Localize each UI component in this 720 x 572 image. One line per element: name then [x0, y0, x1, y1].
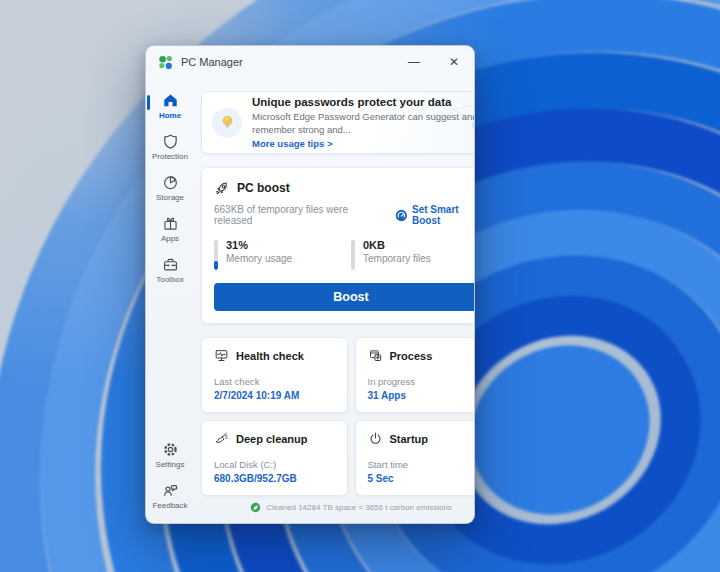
process-title: Process — [390, 350, 433, 362]
deep-cleanup-label: Local Disk (C:) — [214, 459, 335, 470]
deep-cleanup-title: Deep cleanup — [236, 433, 308, 445]
sidebar-item-toolbox[interactable]: Toolbox — [146, 250, 194, 291]
startup-label: Start time — [368, 459, 476, 470]
window-title: PC Manager — [181, 56, 243, 68]
window-controls: — ✕ — [394, 46, 474, 78]
sidebar-item-apps[interactable]: Apps — [146, 209, 194, 250]
main-content: Unique passwords protect your data Micro… — [194, 78, 475, 523]
process-card[interactable]: Process In progress 31 Apps — [355, 337, 476, 413]
set-smart-boost-label: Set Smart Boost — [412, 204, 475, 226]
broom-icon — [214, 431, 229, 446]
sidebar: Home Protection Storage — [146, 78, 194, 523]
boost-button[interactable]: Boost — [214, 283, 475, 311]
startup-value: 5 Sec — [368, 473, 476, 484]
sidebar-item-feedback[interactable]: Feedback — [146, 476, 194, 517]
sidebar-spacer — [146, 291, 194, 435]
pc-boost-header: PC boost — [214, 180, 475, 196]
banner-body: Microsoft Edge Password Generator can su… — [252, 111, 475, 137]
process-value: 31 Apps — [368, 390, 476, 401]
deep-cleanup-card[interactable]: Deep cleanup Local Disk (C:) 680.3GB/952… — [201, 420, 348, 496]
feature-card-grid: Health check Last check 2/7/2024 10:19 A… — [201, 337, 475, 496]
pc-boost-title: PC boost — [237, 181, 290, 195]
power-icon — [368, 431, 383, 446]
feedback-icon — [162, 482, 179, 499]
cleanup-stats-footer: Cleaned 14284 TB space ≈ 3656 t carbon e… — [201, 496, 475, 517]
lightbulb-icon — [219, 114, 236, 131]
password-tip-banner[interactable]: Unique passwords protect your data Micro… — [201, 91, 475, 154]
health-check-card[interactable]: Health check Last check 2/7/2024 10:19 A… — [201, 337, 348, 413]
sidebar-item-storage[interactable]: Storage — [146, 168, 194, 209]
memory-usage-stat: 31% Memory usage — [214, 239, 351, 270]
memory-usage-label: Memory usage — [226, 253, 292, 264]
health-check-label: Last check — [214, 376, 335, 387]
memory-usage-bar-fill — [214, 261, 218, 270]
memory-usage-bar — [214, 240, 218, 270]
desktop: PC Manager — ✕ Home — [0, 0, 720, 572]
close-button[interactable]: ✕ — [434, 46, 474, 78]
health-check-title: Health check — [236, 350, 304, 362]
process-icon — [368, 348, 383, 363]
deep-cleanup-value: 680.3GB/952.7GB — [214, 473, 335, 484]
memory-usage-value: 31% — [226, 239, 292, 251]
titlebar: PC Manager — ✕ — [146, 46, 474, 78]
sidebar-item-protection[interactable]: Protection — [146, 127, 194, 168]
pc-boost-card: PC boost 663KB of temporary files were r… — [201, 167, 475, 324]
released-files-text: 663KB of temporary files were released — [214, 204, 385, 226]
pc-manager-window: PC Manager — ✕ Home — [145, 45, 475, 524]
lightbulb-badge — [212, 108, 242, 138]
boost-stats: 31% Memory usage 0KB Temporary files — [214, 239, 475, 270]
temporary-files-label: Temporary files — [363, 253, 431, 264]
process-label: In progress — [368, 376, 476, 387]
health-check-icon — [214, 348, 229, 363]
temporary-files-stat: 0KB Temporary files — [351, 239, 475, 270]
temporary-files-value: 0KB — [363, 239, 431, 251]
shield-icon — [162, 133, 179, 150]
toolbox-icon — [162, 256, 179, 273]
minimize-button[interactable]: — — [394, 46, 434, 78]
home-icon — [162, 92, 179, 109]
app-logo-icon — [158, 55, 173, 70]
startup-title: Startup — [390, 433, 429, 445]
pc-boost-subtitle-row: 663KB of temporary files were released S… — [214, 204, 475, 226]
more-usage-tips-link[interactable]: More usage tips > — [252, 138, 475, 149]
eco-leaf-icon — [250, 502, 261, 513]
sidebar-item-settings[interactable]: Settings — [146, 435, 194, 476]
cleanup-stats-text: Cleaned 14284 TB space ≈ 3656 t carbon e… — [266, 503, 452, 512]
smart-boost-gauge-icon — [395, 209, 408, 222]
startup-card[interactable]: Startup Start time 5 Sec — [355, 420, 476, 496]
banner-text: Unique passwords protect your data Micro… — [252, 96, 475, 150]
rocket-icon — [214, 180, 230, 196]
health-check-value: 2/7/2024 10:19 AM — [214, 390, 335, 401]
pie-chart-icon — [162, 174, 179, 191]
set-smart-boost-link[interactable]: Set Smart Boost — [395, 204, 475, 226]
gift-box-icon — [162, 215, 179, 232]
temporary-files-bar — [351, 240, 355, 270]
sidebar-item-home[interactable]: Home — [146, 86, 194, 127]
gear-icon — [162, 441, 179, 458]
banner-title: Unique passwords protect your data — [252, 96, 475, 108]
